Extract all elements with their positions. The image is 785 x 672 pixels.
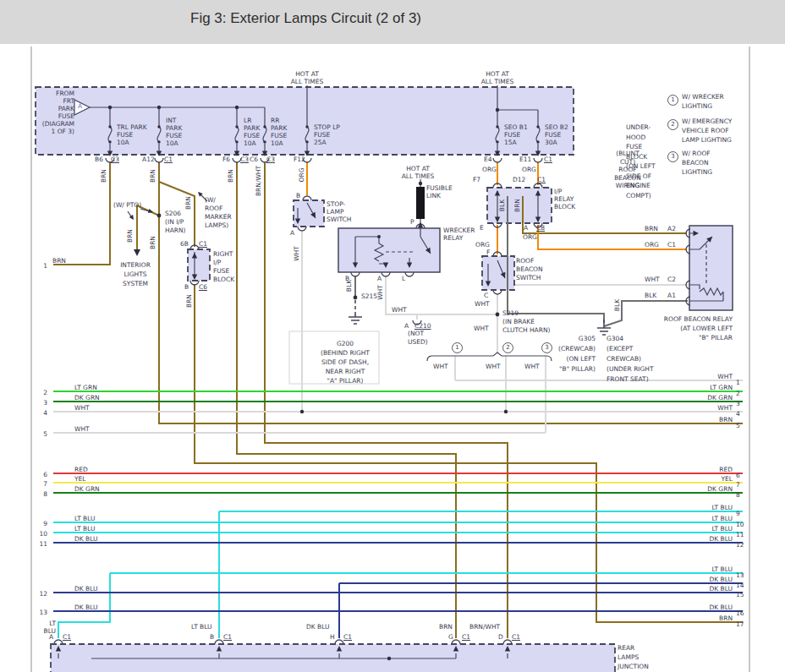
row-right-label-5: BRN [675, 416, 733, 423]
arrowheads [56, 151, 714, 652]
pto-annotation: (W/ PTO) [113, 201, 141, 209]
rip-pin-6b: 6B [180, 240, 189, 248]
rot-brn-f6: BRN [227, 169, 234, 183]
note-3: W/ ROOF BEACON LIGHTING [682, 149, 712, 177]
beacon-pin-c: C [484, 292, 488, 299]
blunt-cut-label: (BLUNT CUT) ROOF BEACON WIRING [610, 150, 645, 190]
rot-brn-rip: BRN [185, 294, 193, 308]
ground-g200-label: G200 (BEHIND RIGHT SIDE OF DASH, NEAR RI… [310, 339, 381, 385]
ip-pin-d12: D12 [513, 176, 525, 183]
wrecker-relay-label: WRECKER RELAY [443, 227, 475, 242]
ip-pin-f7: F7 [473, 176, 480, 183]
ip-a-org-label: ORG [523, 233, 537, 241]
row-left-label-6: RED [74, 466, 88, 473]
row-right-num-11: 11 [736, 531, 744, 538]
row-right-num-1: 1 [736, 379, 740, 386]
rear-conn-A: C1 [63, 633, 71, 641]
note-2: W/ EMERGENCY VEHICLE ROOF LAMP LIGHTING [682, 117, 732, 145]
row-left-num-10: 10 [32, 530, 47, 538]
right-ip-fuse-block-box [188, 249, 210, 281]
splice-s215-label: S215 [361, 292, 377, 300]
row-left-label-4: WHT [74, 404, 90, 412]
fusebox-conn-B6: C3 [111, 156, 119, 163]
fusebox-conn-E11: C1 [544, 156, 552, 163]
roof-beacon-switch-box [482, 256, 514, 290]
row-right-label-8: DK GRN [675, 485, 733, 493]
wire-brn-blunt-a2 [523, 196, 687, 233]
rip-pin-b: B [184, 283, 189, 291]
row-right-num-2: 2 [736, 390, 740, 397]
circled-2: 2 [502, 342, 513, 353]
interior-lights-label: INTERIOR LIGHTS SYSTEM [107, 260, 163, 288]
row-right-num-10: 10 [736, 521, 744, 528]
brace-wht-2: WHT [486, 363, 501, 370]
wrecker-pin-l: L [402, 275, 405, 282]
row-left-num-1: 1 [32, 262, 47, 270]
fusible-link-label: FUSIBLE LINK [426, 184, 453, 199]
relay-a2-pin: A2 [667, 225, 676, 232]
row-right-num-16: 16 [736, 609, 744, 617]
row-left-num-4: 4 [32, 409, 47, 417]
fusebox-conn-C6: C3 [266, 156, 275, 163]
rot-brn-fork: BRN [184, 196, 192, 210]
ip-pin-e: E [480, 224, 484, 232]
fuse-int-park: INT PARK FUSE 10A [166, 117, 182, 147]
beacon-pin-f: F [486, 249, 490, 256]
splice-s219 [496, 313, 500, 317]
row-left-label-2: LT GRN [74, 384, 97, 391]
row-left-num-2: 2 [32, 389, 47, 396]
rear-lamps-junction-box [51, 644, 615, 672]
row-left-num-12: 12 [32, 590, 47, 598]
title-bar: Fig 3: Exterior Lamps Circuit (2 of 3) [0, 0, 785, 44]
row-right-label-17: BRN [675, 615, 733, 622]
row-right-num-8: 8 [736, 491, 740, 499]
rip-conn-c6: C6 [199, 283, 207, 291]
row-right-label-3: DK GRN [675, 394, 733, 402]
roof-beacon-switch-label: ROOF BEACON SWITCH [516, 257, 543, 282]
stop-lamp-pin-a: A [290, 229, 294, 237]
brace-wht-3: WHT [524, 363, 540, 370]
row-right-num-17: 17 [736, 620, 744, 628]
rear-conn-B: C1 [223, 633, 232, 641]
relay-c2-wire: WHT [645, 276, 660, 283]
fuse-lr-park: LR PARK FUSE 10A [244, 117, 260, 147]
row-left-num-8: 8 [32, 490, 47, 498]
roof-beacon-relay-box [689, 226, 733, 310]
splice-s206 [157, 214, 162, 218]
ground-g305-label: G305 (CREWCAB) (ON LEFT "B" PILLAR) [550, 334, 596, 374]
row-right-label-4: WHT [675, 404, 733, 412]
row-right-label-11: LT BLU [675, 525, 733, 533]
row-left-label-13: DK BLU [74, 604, 98, 611]
rear-wire-B: LT BLU [191, 623, 212, 631]
fuse-seo-b2: SEO B2 FUSE 30A [545, 123, 568, 146]
rear-wire-G: BRN [439, 623, 453, 631]
row-right-label-9: LT BLU [675, 504, 733, 511]
from-frt-park-label: FROM FRT PARK FUSE (DIAGRAM 1 OF 3) [36, 90, 74, 135]
rear-pin-D: D [498, 633, 503, 641]
hot-at-all-times-right: HOT AT ALL TIMES [479, 70, 516, 85]
relay-c1-pin: C1 [667, 241, 676, 249]
circled-1: 1 [452, 342, 463, 353]
wrecker-pin-a: A [377, 275, 382, 282]
ip-pin-a: A [524, 224, 528, 232]
fusebox-pin-E4: E4 [484, 156, 492, 163]
row-left-label-12: DK BLU [74, 585, 98, 593]
row-left-label-3: DK GRN [74, 394, 100, 402]
rip-conn-c1: C1 [199, 240, 207, 248]
relay-a1-pin: A1 [667, 292, 676, 299]
row-left-num-6: 6 [32, 471, 47, 478]
rear-pin-G: G [448, 633, 453, 641]
c210-pin-a: A [404, 322, 409, 330]
row-right-num-13: 13 [736, 571, 744, 579]
wire-wht-rows [53, 380, 743, 433]
rot-brn-blunt: BRN [513, 199, 521, 212]
stop-lamp-switch-label: STOP- LAMP SWITCH [327, 200, 351, 223]
row-left-num-7: 7 [32, 480, 47, 488]
e11-org-label: ORG [522, 166, 536, 173]
stop-lamp-switch-box [294, 200, 324, 227]
relay-a1-wire: BLK [645, 292, 656, 299]
e4-org-label: ORG [482, 166, 497, 173]
row-left-num-13: 13 [32, 609, 47, 616]
rot-wht-stop: WHT [293, 246, 300, 261]
rear-conn-D: C1 [512, 633, 520, 641]
